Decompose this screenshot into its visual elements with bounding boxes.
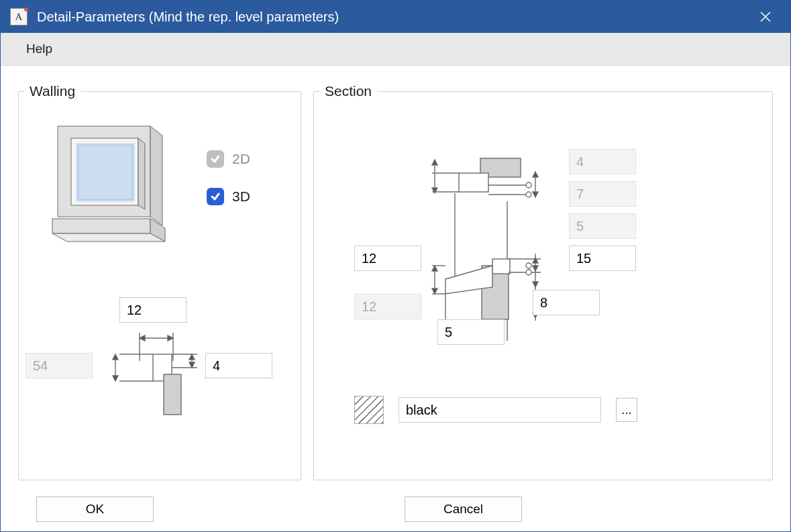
svg-marker-3: [138, 138, 145, 209]
section-color-input[interactable]: [399, 397, 601, 423]
walling-legend: Walling: [24, 83, 81, 99]
svg-marker-22: [189, 354, 195, 360]
section-input-top3: [569, 213, 636, 239]
close-button[interactable]: [750, 1, 781, 32]
svg-rect-4: [78, 145, 133, 200]
section-input-top1: [569, 149, 636, 174]
svg-marker-38: [533, 172, 538, 177]
svg-marker-46: [432, 266, 437, 271]
svg-marker-39: [533, 192, 538, 197]
svg-marker-8: [52, 233, 165, 242]
section-input-low-left: [354, 294, 421, 319]
button-row: OK Cancel: [1, 487, 790, 531]
mode-3d-checkbox[interactable]: [207, 188, 224, 205]
walling-input-top[interactable]: [119, 297, 187, 323]
walling-panel: Walling: [18, 83, 301, 480]
section-diagram: [428, 153, 562, 348]
svg-marker-53: [533, 282, 538, 287]
hatch-swatch: [354, 396, 384, 424]
section-panel: Section: [313, 83, 773, 480]
mode-3d-label: 3D: [232, 189, 250, 205]
walling-preview-icon: [50, 119, 170, 247]
svg-marker-33: [432, 160, 437, 165]
mode-2d-label: 2D: [232, 151, 250, 167]
section-input-mid-right[interactable]: [569, 246, 636, 271]
mode-2d-row: 2D: [207, 150, 250, 168]
cancel-button[interactable]: Cancel: [405, 496, 522, 522]
section-input-low-mid[interactable]: [437, 319, 505, 345]
svg-marker-1: [150, 126, 162, 225]
section-input-mid-left[interactable]: [354, 246, 421, 271]
section-color-browse-button[interactable]: ...: [616, 398, 637, 422]
walling-dim-diagram: [99, 321, 200, 435]
window-title: Detail-Parameters (Mind the rep. level p…: [37, 9, 750, 25]
titlebar: A Detail-Parameters (Mind the rep. level…: [1, 1, 790, 33]
svg-marker-20: [113, 376, 118, 381]
svg-marker-6: [52, 219, 150, 233]
svg-point-30: [526, 182, 531, 188]
svg-rect-43: [492, 259, 510, 274]
svg-rect-15: [164, 374, 181, 415]
app-icon: A: [10, 8, 28, 25]
svg-marker-23: [189, 362, 195, 368]
mode-3d-row: 3D: [207, 188, 250, 205]
menu-help[interactable]: Help: [18, 38, 60, 60]
svg-rect-27: [459, 173, 488, 192]
svg-marker-10: [140, 335, 145, 341]
walling-input-right[interactable]: [205, 353, 272, 378]
section-input-low-right[interactable]: [533, 290, 600, 315]
svg-point-31: [526, 192, 531, 197]
mode-2d-checkbox: [207, 150, 224, 168]
section-input-top2: [569, 181, 636, 207]
svg-marker-11: [168, 335, 173, 341]
svg-point-57: [526, 263, 531, 268]
svg-marker-34: [432, 188, 437, 193]
svg-marker-52: [533, 266, 538, 271]
section-legend: Section: [319, 83, 377, 99]
svg-point-58: [526, 270, 531, 275]
walling-input-left: [25, 353, 93, 378]
svg-marker-51: [533, 258, 538, 263]
svg-marker-47: [432, 288, 437, 294]
ok-button[interactable]: OK: [36, 496, 154, 522]
svg-rect-65: [355, 396, 383, 423]
menubar: Help: [1, 33, 790, 66]
svg-marker-19: [113, 354, 118, 360]
dialog-window: A Detail-Parameters (Mind the rep. level…: [0, 0, 791, 532]
